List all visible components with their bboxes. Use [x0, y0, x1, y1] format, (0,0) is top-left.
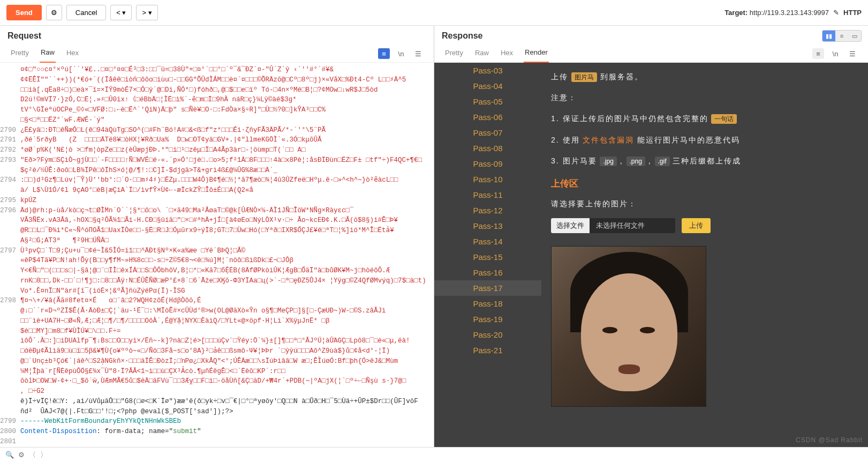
tab-resp-pretty[interactable]: Pretty	[444, 46, 464, 62]
sidebar-item-pass-17[interactable]: Pass-17	[434, 280, 541, 296]
forward-icon[interactable]: 〉	[40, 450, 47, 460]
sidebar-item-pass-13[interactable]: Pass-13	[434, 218, 541, 234]
send-button[interactable]: Send	[6, 5, 42, 20]
sidebar-item-pass-14[interactable]: Pass-14	[434, 234, 541, 249]
choose-file-button[interactable]: 选择文件	[551, 218, 590, 233]
prev-button[interactable]: < ▾	[110, 5, 132, 20]
back-icon[interactable]: 〈	[29, 450, 36, 460]
response-tabs: Pretty Raw Hex Render ≡ \n ☰	[434, 41, 868, 63]
sidebar-item-pass-03[interactable]: Pass-03	[434, 63, 541, 78]
sidebar-item-pass-12[interactable]: Pass-12	[434, 203, 541, 218]
tab-resp-render[interactable]: Render	[524, 45, 549, 63]
response-panel: ▮▮ ≡ ▭ Response Pretty Raw Hex Render ≡ …	[434, 26, 868, 447]
response-title: Response	[442, 31, 482, 41]
upload-button[interactable]: 上传	[682, 218, 711, 233]
top-toolbar: Send ⚙ Cancel < ▾ > ▾ Target: http://119…	[0, 0, 868, 26]
search-icon[interactable]: 🔍	[5, 451, 14, 459]
sidebar-item-pass-15[interactable]: Pass-15	[434, 249, 541, 265]
sidebar-item-pass-09[interactable]: Pass-09	[434, 156, 541, 172]
sidebar-item-pass-16[interactable]: Pass-16	[434, 265, 541, 280]
pass-sidebar: Pass-03Pass-04Pass-05Pass-06Pass-07Pass-…	[434, 63, 541, 447]
sidebar-item-pass-20[interactable]: Pass-20	[434, 327, 541, 342]
resp-newline-icon[interactable]: \n	[829, 48, 841, 59]
edit-target-icon[interactable]: ✎	[833, 9, 839, 17]
sidebar-item-pass-21[interactable]: Pass-21	[434, 342, 541, 358]
sidebar-item-pass-08[interactable]: Pass-08	[434, 140, 541, 156]
upload-area-title: 上传区	[551, 177, 858, 190]
view-toggle: ▮▮ ≡ ▭	[822, 30, 862, 42]
sidebar-item-pass-07[interactable]: Pass-07	[434, 125, 541, 140]
view-rows-icon[interactable]: ≡	[835, 31, 848, 41]
tab-pretty[interactable]: Pretty	[10, 46, 30, 62]
tab-resp-hex[interactable]: Hex	[500, 46, 514, 62]
actions-icon[interactable]: ≡	[378, 48, 390, 59]
request-panel: Request Pretty Raw Hex ≡ \n ☰ ¤¢□"○○c¤°×…	[0, 26, 434, 447]
resp-menu-icon[interactable]: ☰	[847, 48, 858, 59]
upload-text: 上传	[551, 72, 568, 81]
sidebar-item-pass-19[interactable]: Pass-19	[434, 311, 541, 327]
tab-raw[interactable]: Raw	[40, 45, 56, 63]
file-picker[interactable]: 选择文件 未选择任何文件	[551, 218, 675, 233]
sidebar-item-pass-11[interactable]: Pass-11	[434, 187, 541, 203]
protocol-label: HTTP	[843, 9, 862, 17]
sidebar-item-pass-06[interactable]: Pass-06	[434, 109, 541, 125]
file-inclusion-highlight: 文件包含漏洞	[583, 136, 634, 144]
sidebar-item-pass-05[interactable]: Pass-05	[434, 94, 541, 109]
request-tabs: Pretty Raw Hex ≡ \n ☰	[0, 41, 434, 63]
target-label: Target: http://119.3.213.143:9997	[724, 9, 829, 17]
menu-icon[interactable]: ☰	[412, 48, 424, 59]
upload-prompt: 请选择要上传的图片：	[551, 197, 858, 211]
watermark: CSDN @Sad Rabbit	[796, 436, 863, 444]
settings-button[interactable]: ⚙	[46, 5, 62, 20]
ext-png: .png	[627, 157, 645, 166]
file-status-text: 未选择任何文件	[590, 218, 675, 233]
gear-icon: ⚙	[51, 9, 57, 17]
newline-icon[interactable]: \n	[395, 48, 407, 59]
config-icon[interactable]: ⚙	[18, 451, 25, 459]
ext-jpg: .jpg	[600, 157, 616, 166]
one-line-badge: 一句话	[711, 114, 737, 124]
note-label: 注意：	[551, 91, 858, 105]
tab-resp-raw[interactable]: Raw	[474, 46, 490, 62]
sidebar-item-pass-18[interactable]: Pass-18	[434, 296, 541, 311]
render-content: 上传 图片马 到服务器。 注意： 1. 保证上传后的图片马中仍然包含完整的 一句…	[541, 63, 868, 447]
request-body[interactable]: ¤¢□"○○c¤°×ºú[`´'¥£..□¤□°¤¤□É³□3:□□¯ü=□38…	[0, 63, 434, 447]
cancel-button[interactable]: Cancel	[66, 5, 106, 20]
ext-gif: .gif	[655, 157, 670, 166]
img-horse-badge: 图片马	[571, 72, 597, 82]
bottom-bar: 🔍 ⚙ 〈 〉	[0, 447, 868, 462]
resp-actions-icon[interactable]: ≡	[812, 48, 824, 59]
sidebar-item-pass-10[interactable]: Pass-10	[434, 172, 541, 187]
image-preview	[551, 246, 706, 407]
next-button[interactable]: > ▾	[136, 5, 157, 20]
request-title: Request	[7, 31, 41, 41]
tab-hex[interactable]: Hex	[65, 46, 80, 62]
view-single-icon[interactable]: ▭	[848, 31, 861, 41]
sidebar-item-pass-04[interactable]: Pass-04	[434, 78, 541, 94]
view-columns-icon[interactable]: ▮▮	[822, 31, 835, 41]
